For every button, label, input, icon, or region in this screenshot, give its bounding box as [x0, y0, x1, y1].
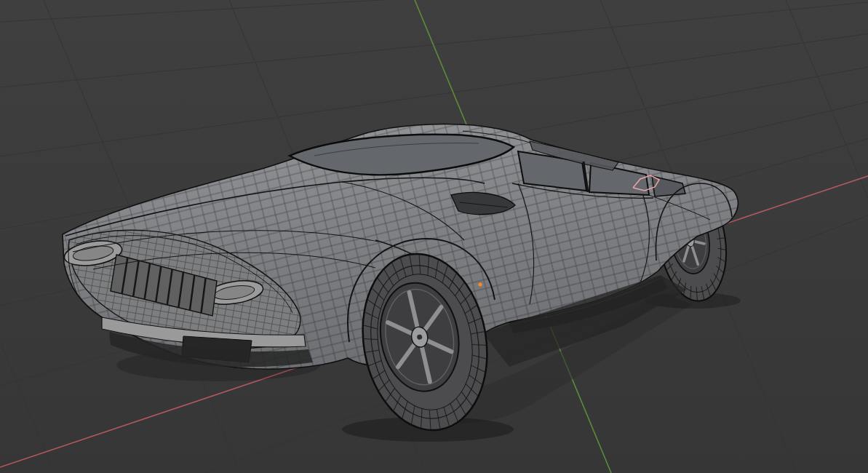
- 3d-viewport[interactable]: [0, 0, 868, 473]
- object-origin-dot[interactable]: [479, 283, 482, 287]
- viewport-canvas[interactable]: [0, 0, 868, 473]
